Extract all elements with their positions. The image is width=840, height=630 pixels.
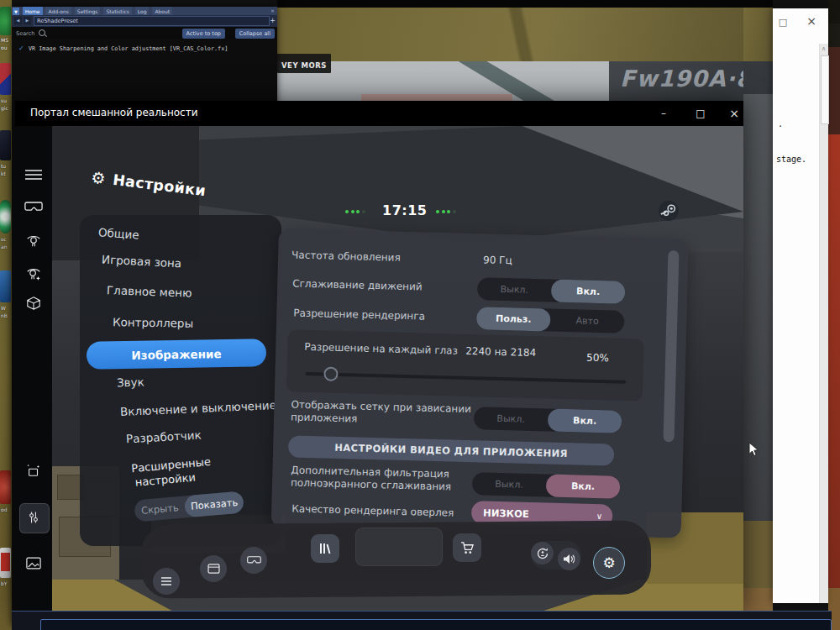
desktop-icon-label: bY [1, 580, 7, 586]
desktop-icon-label: od [1, 507, 7, 512]
resolution-auto-option[interactable]: Авто [550, 309, 625, 333]
headset-icon[interactable] [22, 195, 45, 218]
dashboard-menu-button[interactable] [153, 568, 180, 595]
volume-button[interactable] [558, 548, 580, 570]
desktop-icon[interactable] [0, 7, 11, 35]
dashboard-store-button[interactable] [453, 533, 481, 562]
desktop-icon-label: MS [1, 37, 8, 43]
hamburger-menu-button[interactable] [22, 163, 45, 186]
render-resolution-label: Разрешение рендеринга [293, 307, 425, 322]
bottom-overlay-inner-bar [40, 619, 832, 630]
search-input[interactable]: Search [16, 30, 34, 37]
game-floor-hint [361, 94, 512, 101]
battery-indicator-left [345, 210, 365, 213]
grid-off-option[interactable]: Выкл. [474, 407, 549, 431]
per-eye-value: 2240 на 2184 [465, 345, 536, 359]
battery-indicator-right [436, 210, 456, 213]
dashboard-desktop-button[interactable] [200, 555, 227, 582]
desktop-icon-label: kt [1, 171, 6, 176]
desktop-icon[interactable] [0, 130, 11, 160]
portal-sidebar: ••• [15, 126, 52, 613]
grid-on-hang-label: Отображать сетку при зависании приложени… [291, 398, 471, 428]
dashboard-settings-button[interactable]: ⚙ [593, 547, 625, 579]
notepad-scroll-thumb[interactable] [821, 55, 829, 124]
screen-right-edge: ни а .. й з.. к ... xt [828, 0, 840, 630]
motion-smoothing-label: Сглаживание движений [292, 277, 423, 292]
mouse-cursor [748, 442, 759, 458]
shader-item-label[interactable]: VR Image Sharpening and Color adjustment… [29, 45, 228, 52]
vr-settings-panel: Частота обновления 90 Гц Сглаживание дви… [271, 228, 689, 538]
desktop-icon-label: an [1, 244, 7, 249]
chevron-down-icon: ∨ [596, 512, 603, 521]
grid-on-option[interactable]: Вкл. [548, 408, 622, 433]
screen: MS ou su gic tu kt sc an W nB od bY Fw19… [0, 0, 840, 630]
settings-sliders-icon[interactable] [22, 506, 45, 529]
game-right-strip [743, 0, 773, 630]
per-eye-resolution-panel: Разрешение на каждый глаз 2240 на 2184 5… [286, 329, 644, 401]
reshade-shader-list: ✓ VR Image Sharpening and Color adjustme… [12, 39, 277, 103]
boundary-icon[interactable] [22, 291, 45, 315]
desktop-icon[interactable] [0, 470, 11, 504]
gear-icon: ⚙ [602, 554, 615, 571]
resolution-slider-track[interactable] [305, 372, 626, 384]
bottom-overlay-bar [12, 611, 832, 630]
filter-label: Дополнительная фильтрация полноэкранного… [291, 464, 452, 493]
image-icon[interactable] [22, 551, 45, 575]
desktop-icon-label: sc [1, 236, 6, 242]
desktop-icon-label: tu [1, 163, 6, 169]
preset-name-field[interactable]: ReShadePreset [34, 16, 270, 26]
vr-clock: 17:15 [382, 202, 427, 218]
mixed-reality-portal-window: Портал смешанной реальности – □ × [15, 101, 743, 613]
resolution-slider-handle[interactable] [323, 366, 338, 381]
close-button[interactable]: × [722, 103, 746, 123]
desktop-icon[interactable] [0, 270, 11, 302]
gear-icon: ⚙ [90, 168, 107, 188]
shader-checkbox[interactable]: ✓ [18, 45, 24, 52]
settings-panel-scrollbar[interactable] [664, 250, 680, 442]
resolution-custom-option[interactable]: Польз. [476, 307, 551, 331]
desktop-icon-label: gic [1, 105, 8, 111]
desktop-icon-label: su [1, 97, 7, 103]
minimize-button[interactable]: – [652, 103, 675, 123]
menu-item-video-selected[interactable]: Изображение [87, 339, 267, 370]
scroll-up-icon[interactable]: ∧ [822, 45, 826, 52]
preset-add-button[interactable]: + [270, 16, 276, 25]
new-experience-icon[interactable] [22, 459, 45, 482]
dashboard-vr-view-button[interactable] [240, 547, 267, 574]
filter-off-option[interactable]: Выкл. [472, 472, 547, 496]
desktop-icon-label: W [1, 305, 6, 311]
smoothing-off-option[interactable]: Выкл. [477, 277, 552, 302]
plane-marking-label: Fw190A·8 [620, 66, 753, 92]
menu-item-controllers[interactable]: Контроллеры [113, 315, 193, 330]
smoothing-on-option[interactable]: Вкл. [551, 280, 626, 304]
preset-next-button[interactable]: ▶ [24, 17, 31, 24]
desktop-icon[interactable] [0, 200, 11, 234]
notepad-text-line: . [778, 119, 783, 129]
desktop-icon-glyph [1, 553, 10, 571]
notepad-maximize-button[interactable]: □ [773, 12, 793, 32]
per-eye-percent: 50% [586, 352, 609, 365]
menu-item-audio[interactable]: Звук [117, 375, 144, 389]
filter-on-option[interactable]: Вкл. [546, 474, 621, 498]
refresh-rate-label: Частота обновления [291, 249, 401, 263]
dashboard-library-button[interactable] [311, 534, 339, 563]
desktop-icon[interactable] [0, 63, 11, 95]
controller-left-icon[interactable] [22, 228, 45, 252]
preset-prev-button[interactable]: ◀ [14, 17, 22, 24]
controller-right-icon[interactable] [22, 262, 45, 286]
menu-item-general[interactable]: Общие [98, 225, 140, 241]
portal-titlebar[interactable]: Портал смешанной реальности – □ × [15, 101, 743, 126]
notepad-text-line: stage. [776, 155, 806, 164]
steam-icon[interactable] [658, 200, 680, 222]
desktop-icon-label: ou [1, 45, 7, 50]
dashboard-app-slot[interactable] [355, 528, 443, 566]
overlay-quality-value: НИЗКОЕ [483, 507, 596, 522]
reshade-close-icon[interactable]: × [270, 7, 275, 15]
collapse-all-button[interactable]: Collapse all [235, 29, 275, 39]
notepad-scrollbar[interactable]: ∧ [819, 44, 828, 603]
advanced-hide-option[interactable]: Скрыть [134, 496, 186, 522]
recenter-button[interactable] [531, 542, 554, 564]
active-to-top-button[interactable]: Active to top [182, 29, 225, 39]
maximize-button[interactable]: □ [689, 103, 712, 123]
notepad-close-button[interactable]: × [801, 11, 822, 31]
